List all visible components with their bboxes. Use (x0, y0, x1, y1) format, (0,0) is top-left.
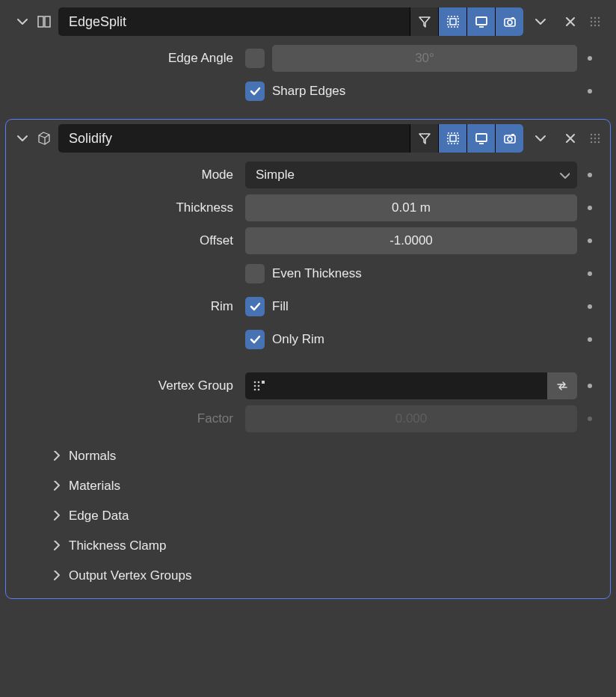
subpanel-materials[interactable]: Materials (21, 471, 595, 501)
modifier-name-field[interactable]: EdgeSplit (58, 7, 523, 36)
modifier-menu-button[interactable] (528, 9, 553, 34)
pin-icon (585, 417, 595, 421)
toggle-editmode[interactable] (410, 7, 438, 36)
modifier-menu-button[interactable] (528, 126, 553, 151)
rim-label: Rim (21, 299, 238, 314)
edge-angle-checkbox[interactable] (245, 49, 265, 68)
factor-field: 0.000 (245, 405, 577, 432)
offset-label: Offset (21, 233, 238, 248)
subpanel-thickness-clamp[interactable]: Thickness Clamp (21, 531, 595, 561)
sharp-edges-label: Sharp Edges (272, 84, 577, 99)
chevron-right-icon (51, 451, 61, 461)
subpanel-edge-data[interactable]: Edge Data (21, 501, 595, 531)
toggle-cage[interactable] (438, 124, 466, 153)
vertex-group-invert-button[interactable] (547, 372, 577, 399)
modifier-name-field[interactable]: Solidify (58, 124, 523, 153)
rim-fill-label: Fill (272, 299, 577, 314)
factor-label: Factor (21, 411, 238, 426)
swap-icon (555, 379, 569, 393)
vertex-group-icon (253, 379, 265, 393)
only-rim-label: Only Rim (272, 332, 577, 347)
toggle-cage[interactable] (438, 7, 466, 36)
vertex-group-label: Vertex Group (21, 378, 238, 393)
sharp-edges-checkbox[interactable] (245, 82, 265, 101)
toggle-viewport[interactable] (466, 124, 495, 153)
modifier-close-button[interactable] (558, 126, 583, 151)
even-thickness-label: Even Thickness (272, 266, 577, 281)
toggle-render[interactable] (495, 124, 523, 153)
chevron-right-icon (51, 511, 61, 521)
pin-icon[interactable] (585, 56, 595, 61)
mode-dropdown[interactable]: Simple (245, 162, 577, 188)
modifier-panel-solidify: Solidify Mode Simple Thickness 0.01 m (6, 120, 610, 598)
subpanel-output-vertex-groups[interactable]: Output Vertex Groups (21, 561, 595, 591)
only-rim-checkbox[interactable] (245, 330, 265, 349)
drag-handle-icon[interactable] (588, 132, 603, 144)
chevron-down-icon (559, 170, 570, 180)
modifier-panel-edgesplit: EdgeSplit Edge Angle 30° Sharp Edges (6, 3, 610, 115)
thickness-field[interactable]: 0.01 m (245, 194, 577, 221)
solidify-icon (34, 131, 54, 146)
chevron-right-icon (51, 481, 61, 491)
even-thickness-checkbox[interactable] (245, 264, 265, 283)
toggle-render[interactable] (495, 7, 523, 36)
pin-icon[interactable] (585, 206, 595, 210)
toggle-editmode[interactable] (410, 124, 438, 153)
drag-handle-icon[interactable] (588, 16, 603, 28)
vertex-group-field[interactable] (245, 372, 547, 399)
thickness-label: Thickness (21, 200, 238, 215)
chevron-right-icon (51, 571, 61, 581)
offset-field[interactable]: -1.0000 (245, 227, 577, 254)
collapse-toggle[interactable] (15, 132, 30, 144)
chevron-right-icon (51, 541, 61, 551)
edge-angle-value[interactable]: 30° (272, 45, 577, 72)
pin-icon[interactable] (585, 304, 595, 309)
collapse-toggle[interactable] (15, 16, 30, 28)
modifier-name-text: Solidify (69, 131, 112, 147)
subpanel-normals[interactable]: Normals (21, 441, 595, 471)
modifier-name-text: EdgeSplit (69, 14, 126, 30)
modifier-close-button[interactable] (558, 9, 583, 34)
pin-icon[interactable] (585, 239, 595, 243)
pin-icon[interactable] (585, 271, 595, 276)
mode-label: Mode (21, 168, 238, 182)
rim-fill-checkbox[interactable] (245, 297, 265, 316)
toggle-viewport[interactable] (466, 7, 495, 36)
pin-icon[interactable] (585, 89, 595, 93)
pin-icon[interactable] (585, 337, 595, 342)
pin-icon[interactable] (585, 173, 595, 177)
pin-icon[interactable] (585, 384, 595, 388)
edgesplit-icon (34, 15, 54, 28)
edge-angle-label: Edge Angle (21, 51, 238, 66)
